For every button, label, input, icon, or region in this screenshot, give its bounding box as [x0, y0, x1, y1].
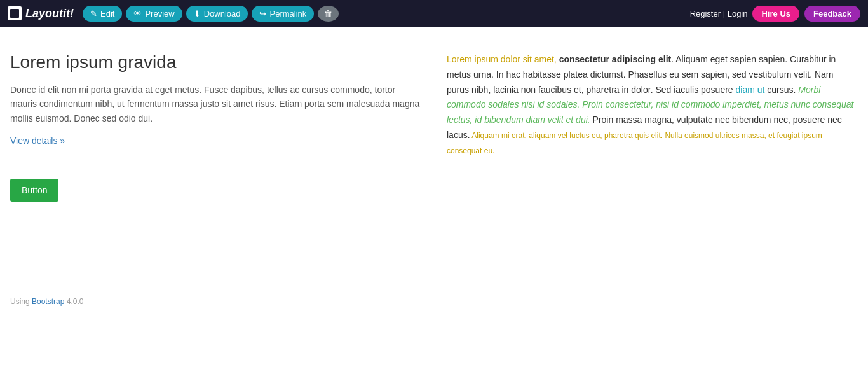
footer-prefix: Using [10, 297, 32, 306]
right-text-link-teal: diam ut [736, 85, 765, 95]
main-heading: Lorem ipsum gravida [10, 52, 421, 73]
right-column: Lorem ipsum dolor sit amet, consectetur … [434, 52, 858, 158]
preview-button[interactable]: 👁 Preview [126, 6, 182, 22]
auth-links: Register | Login [690, 9, 748, 18]
preview-label: Preview [145, 9, 174, 18]
edit-button[interactable]: ✎ Edit [83, 6, 122, 22]
download-button[interactable]: ⬇ Download [186, 6, 248, 22]
feedback-button[interactable]: Feedback [804, 6, 860, 22]
main-content: Lorem ipsum gravida Donec id elit non mi… [0, 27, 868, 214]
eye-icon: 👁 [133, 9, 142, 18]
brand-name: Layoutit! [25, 7, 74, 20]
download-icon: ⬇ [194, 9, 201, 18]
right-text-2: cursus. [764, 85, 798, 95]
edit-icon: ✎ [90, 9, 97, 18]
trash-button[interactable]: 🗑 [318, 6, 339, 22]
hire-us-button[interactable]: Hire Us [752, 6, 799, 22]
share-icon: ↪ [259, 9, 266, 18]
right-text-bold: consectetur adipiscing elit [559, 54, 672, 64]
footer-version: 4.0.0 [64, 297, 83, 306]
brand-logo: Layoutit! [8, 6, 74, 20]
permalink-label: Permalink [269, 9, 306, 18]
nav-right: Register | Login Hire Us Feedback [690, 6, 860, 22]
permalink-button[interactable]: ↪ Permalink [252, 6, 314, 22]
right-text-intro: Lorem ipsum dolor sit amet, [447, 54, 559, 64]
trash-icon: 🗑 [324, 9, 332, 18]
brand-icon [8, 6, 22, 20]
body-text: Donec id elit non mi porta gravida at eg… [10, 83, 421, 125]
edit-label: Edit [100, 9, 114, 18]
action-button[interactable]: Button [10, 179, 58, 202]
download-label: Download [204, 9, 241, 18]
footer: Using Bootstrap 4.0.0 [0, 291, 868, 312]
register-link[interactable]: Register [690, 9, 721, 18]
left-column: Lorem ipsum gravida Donec id elit non mi… [10, 52, 434, 158]
two-column-layout: Lorem ipsum gravida Donec id elit non mi… [10, 52, 858, 158]
bootstrap-link[interactable]: Bootstrap [32, 297, 64, 306]
right-text-small: Aliquam mi erat, aliquam vel luctus eu, … [447, 131, 822, 155]
navbar: Layoutit! ✎ Edit 👁 Preview ⬇ Download ↪ … [0, 0, 868, 27]
auth-separator: | [723, 9, 728, 18]
brand-icon-inner [10, 9, 19, 18]
view-details-link[interactable]: View details » [10, 136, 65, 146]
login-link[interactable]: Login [728, 9, 748, 18]
right-paragraph: Lorem ipsum dolor sit amet, consectetur … [447, 52, 858, 158]
